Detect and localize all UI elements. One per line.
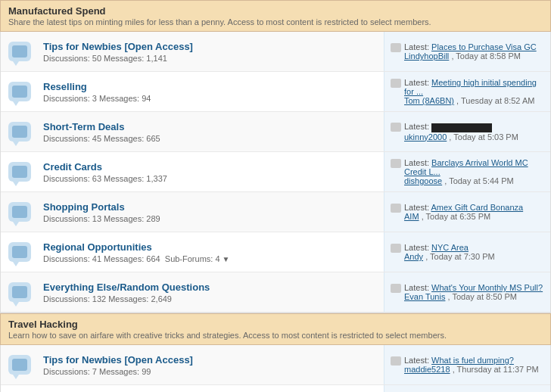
speech-bubble-inner: [12, 359, 27, 371]
forum-info: Everything Else/Random QuestionsDiscussi…: [39, 275, 384, 310]
latest-post-link[interactable]: What's Your Monthly MS Pull?: [431, 283, 543, 292]
section-header-travel-hacking: Travel Hacking Learn how to save on airf…: [0, 313, 551, 345]
forum-latest: Latest: Barclays Arrival World MC Credit…: [384, 152, 550, 191]
forum-icon: [1, 276, 39, 308]
latest-icon-row: Latest: Barclays Arrival World MC Credit…: [391, 158, 544, 185]
censored-title: [431, 123, 492, 132]
speech-bubble-inner: [12, 246, 27, 258]
latest-user-link[interactable]: dishgoose: [404, 176, 442, 185]
latest-post-icon: [391, 43, 401, 52]
speech-bubble-icon: [8, 122, 31, 142]
speech-bubble-icon: [8, 282, 31, 302]
forum-name-link[interactable]: Reselling: [43, 81, 87, 92]
latest-text: Latest: Places to Purchase Visa GC Lindy…: [404, 42, 537, 61]
latest-user-link[interactable]: Tom (8A6BN): [404, 96, 454, 105]
forum-info: Short-Term DealsDiscussions: 45 Messages…: [39, 115, 384, 149]
latest-label: Latest:: [404, 158, 431, 167]
speech-bubble-inner: [12, 86, 27, 98]
forum-icon: [1, 196, 39, 228]
latest-user-link[interactable]: Andy: [404, 252, 423, 261]
forum-latest: Latest: Places to Purchase Visa GC Lindy…: [384, 32, 550, 71]
forum-name-link[interactable]: Tips for Newbies [Open Access]: [43, 354, 193, 366]
latest-icon-row: Latest: Meeting high initial spending fo…: [391, 78, 544, 105]
latest-user-link[interactable]: maddie5218: [404, 365, 450, 374]
forum-latest: Latest: Meeting high initial spending fo…: [384, 72, 550, 111]
forum-row: Regional OpportunitiesDiscussions: 41 Me…: [1, 232, 550, 272]
section-description: Share the latest tips on minting miles f…: [8, 17, 543, 26]
latest-user-link[interactable]: ukinny2000: [404, 132, 447, 142]
forum-row: Tips for Newbies [Open Access]Discussion…: [1, 345, 550, 385]
sub-forums-dropdown-icon[interactable]: ▼: [223, 255, 230, 263]
latest-label: Latest:: [404, 78, 431, 87]
latest-user-link[interactable]: LindyhopBill: [404, 51, 449, 61]
latest-user-link[interactable]: Evan Tunis: [404, 292, 445, 301]
latest-time: , Tuesday at 8:52 AM: [456, 96, 534, 105]
latest-icon-row: Latest: Places to Purchase Visa GC Lindy…: [391, 42, 544, 61]
forum-row: Shopping PortalsDiscussions: 13 Messages…: [1, 192, 550, 232]
section-title: Manufactured Spend: [8, 5, 543, 17]
forum-name-link[interactable]: Everything Else/Random Questions: [43, 282, 210, 293]
latest-time: , Today at 7:30 PM: [425, 252, 495, 261]
forum-icon: [1, 76, 39, 107]
forum-row: Everything Else/Random QuestionsDiscussi…: [1, 272, 550, 313]
latest-user-link[interactable]: AIM: [404, 212, 419, 221]
forum-latest: Latest: ukinny2000 , Today at 5:03 PM: [384, 112, 550, 151]
forum-name-link[interactable]: Regional Opportunities: [43, 241, 152, 253]
speech-bubble-inner: [12, 45, 27, 58]
speech-bubble-inner: [12, 206, 27, 218]
forum-row: Credit CardsDiscussions: 63 Messages: 1,…: [1, 152, 550, 192]
latest-post-link[interactable]: Amex Gift Card Bonanza: [431, 203, 523, 212]
forum-stats: Discussions: 63 Messages: 1,337: [43, 174, 379, 183]
latest-text: Latest: ukinny2000 , Today at 5:03 PM: [404, 122, 518, 141]
latest-text: Latest: Amex Gift Card Bonanza AIM , Tod…: [404, 203, 523, 221]
forum-row: Tips for Newbies [Open Access]Discussion…: [1, 32, 550, 72]
forum-stats: Discussions: 7 Messages: 99: [43, 367, 379, 376]
forum-name-link[interactable]: Tips for Newbies [Open Access]: [43, 41, 193, 52]
latest-post-link[interactable]: Places to Purchase Visa GC: [431, 42, 537, 51]
latest-label: Latest:: [404, 42, 431, 51]
speech-bubble-icon: [8, 82, 31, 101]
latest-text: Latest: What's Your Monthly MS Pull? Eva…: [404, 283, 543, 301]
forum-stats: Discussions: 132 Messages: 2,649: [43, 294, 379, 303]
speech-bubble-icon: [8, 242, 31, 262]
forum-icon: [1, 36, 39, 67]
latest-icon-row: Latest: What's Your Monthly MS Pull? Eva…: [391, 283, 544, 301]
latest-post-icon: [391, 284, 401, 293]
forum-icon: [1, 349, 39, 381]
forum-latest: Latest: NYC Area Andy , Today at 7:30 PM: [384, 232, 550, 272]
latest-post-icon: [391, 159, 401, 168]
forum-icon: [1, 156, 39, 188]
latest-post-icon: [391, 123, 401, 132]
latest-post-icon: [391, 244, 401, 253]
forum-name-link[interactable]: Credit Cards: [43, 161, 102, 173]
section-header-manufactured-spend: Manufactured Spend Share the latest tips…: [0, 0, 551, 32]
forum-icon: [1, 389, 39, 392]
section-description: Learn how to save on airfare with creati…: [8, 331, 543, 340]
speech-bubble-icon: [8, 202, 31, 222]
latest-label: Latest:: [404, 356, 431, 365]
forum-name-link[interactable]: Short-Term Deals: [43, 121, 124, 132]
latest-time: , Today at 8:50 PM: [447, 292, 517, 301]
forum-latest: Latest: What's Your Monthly MS Pull? Eva…: [384, 272, 550, 312]
speech-bubble-icon: [8, 355, 31, 375]
latest-icon-row: Latest: Amex Gift Card Bonanza AIM , Tod…: [391, 203, 544, 221]
forum-row: Short-Term DealsDiscussions: 45 Messages…: [1, 112, 550, 152]
latest-post-link[interactable]: What is fuel dumping?: [431, 356, 514, 365]
latest-time: , Thursday at 11:37 PM: [453, 365, 539, 374]
latest-label: Latest:: [404, 283, 431, 292]
forum-info: Regional OpportunitiesDiscussions: 41 Me…: [39, 235, 384, 269]
forum-stats: Discussions: 13 Messages: 289: [43, 214, 379, 223]
latest-icon-row: Latest: What is fuel dumping? maddie5218…: [391, 356, 544, 374]
forum-info: ResellingDiscussions: 3 Messages: 94: [39, 75, 384, 109]
latest-text: Latest: Barclays Arrival World MC Credit…: [404, 158, 544, 185]
latest-text: Latest: NYC Area Andy , Today at 7:30 PM: [404, 243, 495, 261]
latest-post-link[interactable]: NYC Area: [431, 243, 469, 252]
forum-icon: [1, 236, 39, 268]
latest-icon-row: Latest: NYC Area Andy , Today at 7:30 PM: [391, 243, 544, 261]
speech-bubble-icon: [8, 42, 31, 61]
speech-bubble-icon: [8, 162, 31, 182]
forum-name-link[interactable]: Shopping Portals: [43, 201, 125, 213]
latest-post-icon: [391, 79, 401, 88]
latest-text: Latest: What is fuel dumping? maddie5218…: [404, 356, 539, 374]
forum-info: Shopping PortalsDiscussions: 13 Messages…: [39, 195, 384, 229]
